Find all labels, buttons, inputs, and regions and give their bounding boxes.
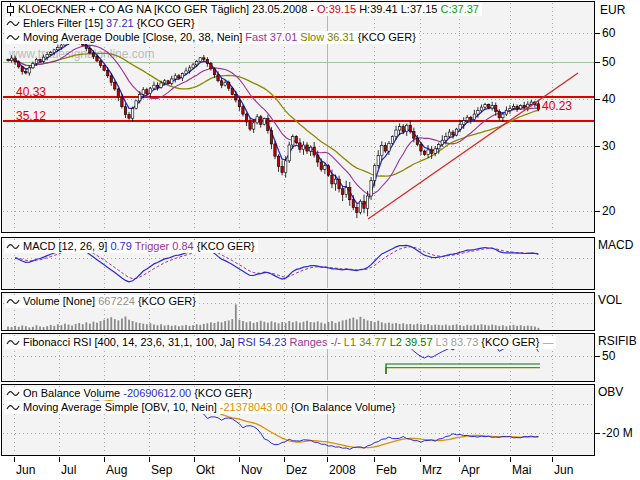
volume-bar (224, 321, 226, 330)
candle-body (25, 72, 27, 73)
volume-bar (174, 325, 176, 330)
volume-bar (53, 326, 55, 330)
candle-body (185, 71, 187, 74)
volume-bar (392, 324, 394, 330)
volume-bar (75, 324, 77, 330)
candle-body (89, 49, 91, 53)
candle-body (341, 189, 343, 195)
volume-bar (466, 325, 468, 330)
candle-body (188, 68, 190, 71)
volume-bar (342, 320, 344, 330)
time-axis-label: Jun (554, 463, 573, 477)
volume-bar (491, 325, 493, 330)
candle-body (171, 79, 173, 83)
candle-body (231, 88, 233, 94)
candle-body (420, 144, 422, 151)
legend-text: -21378043.00 (220, 401, 288, 414)
candle-body (356, 207, 358, 212)
candle-body (160, 83, 162, 87)
legend-symbol[interactable]: KLOECKNER + CO AG NA [KCO GER Täglich] 2… (5, 3, 482, 16)
legend-text: 37.21 (106, 17, 134, 30)
volume-bar (370, 321, 372, 330)
legend-text: Volume [None] (23, 295, 95, 308)
candle-body (10, 58, 12, 61)
time-axis-label: Jul (61, 463, 76, 477)
volume-bar (313, 322, 315, 330)
candle-body (35, 59, 37, 63)
volume-bar (317, 321, 319, 330)
candle-body (195, 61, 197, 65)
legend-ehlers-filter[interactable]: Ehlers Filter [15] 37.21 {KCO GER} (5, 17, 198, 30)
price-level-label: 35.12 (16, 109, 46, 123)
candle-body (263, 119, 265, 125)
volume-bar (185, 325, 187, 330)
volume-bar (21, 326, 23, 330)
candle-body (217, 75, 219, 81)
volume-bar (217, 322, 219, 330)
candle-body (505, 111, 507, 115)
volume-bar (121, 318, 123, 330)
wave-icon (6, 296, 20, 307)
candle-body (448, 132, 450, 137)
candle-body (537, 104, 539, 110)
panel-axis-label: OBV (598, 385, 623, 399)
candle-body (284, 161, 286, 173)
legend-text: O:39.15 (317, 3, 356, 16)
time-axis-label: 2008 (329, 463, 356, 477)
time-axis-label: Mai (512, 463, 531, 477)
volume-bar (274, 322, 276, 330)
volume-bar (68, 325, 70, 330)
volume-bar (484, 325, 486, 330)
legend-moving-average-simple-obv[interactable]: Moving Average Simple [OBV, 10, Nein] -2… (5, 401, 398, 414)
legend-text: {On Balance Volume} (291, 401, 396, 414)
time-axis-label: Jun (16, 463, 35, 477)
candle-body (487, 105, 489, 108)
candle-body (498, 111, 500, 117)
candle-body (277, 156, 279, 166)
volume-bar (85, 322, 87, 330)
candle-body (320, 162, 322, 169)
candle-body (462, 120, 464, 124)
candle-body (363, 201, 365, 208)
legend-text: C:37.37 (440, 3, 479, 16)
volume-bar (534, 326, 536, 330)
legend-fibonacci-rsi[interactable]: Fibonacci RSI [400, 14, 23,6, 31,1, 100,… (5, 336, 556, 349)
volume-bar (228, 320, 230, 330)
legend-macd[interactable]: MACD [12, 26, 9] 0.79 Trigger 0.84 {KCO … (5, 240, 258, 253)
candle-body (306, 145, 308, 151)
candle-body (163, 81, 165, 83)
time-axis-label: Dez (286, 463, 307, 477)
volume-bar (441, 325, 443, 330)
candle-body (495, 105, 497, 111)
legend-moving-average-double[interactable]: Moving Average Double [Close, 20, 38, Ne… (5, 31, 419, 44)
legend-text: {KCO GER} (194, 387, 252, 400)
candle-body (438, 144, 440, 148)
volume-bar (192, 325, 194, 330)
volume-bar (335, 323, 337, 330)
candle-body (199, 58, 201, 62)
candle-body (359, 201, 361, 212)
legend-volume[interactable]: Volume [None] 667224 {KCO GER} (5, 295, 199, 308)
volume-bar (160, 324, 162, 330)
volume-bar (363, 319, 365, 330)
candle-body (99, 61, 101, 66)
candle-body (46, 54, 48, 57)
candle-body (299, 143, 301, 150)
volume-bar (142, 324, 144, 330)
volume-bar (481, 324, 483, 330)
price-axis-label: 50 (602, 55, 615, 69)
legend-on-balance-volume[interactable]: On Balance Volume -20690612.00 {KCO GER} (5, 387, 255, 400)
candle-body (327, 166, 329, 175)
volume-bar (523, 326, 525, 330)
candle-body (85, 45, 87, 49)
volume-bar (267, 323, 269, 330)
volume-bar (246, 322, 248, 330)
volume-bar (427, 324, 429, 330)
volume-bar (473, 325, 475, 330)
volume-bar (231, 319, 233, 330)
volume-bar (367, 320, 369, 330)
candlestick-icon (6, 3, 15, 16)
candle-body (114, 82, 116, 89)
candle-body (441, 140, 443, 144)
candle-body (512, 106, 514, 108)
